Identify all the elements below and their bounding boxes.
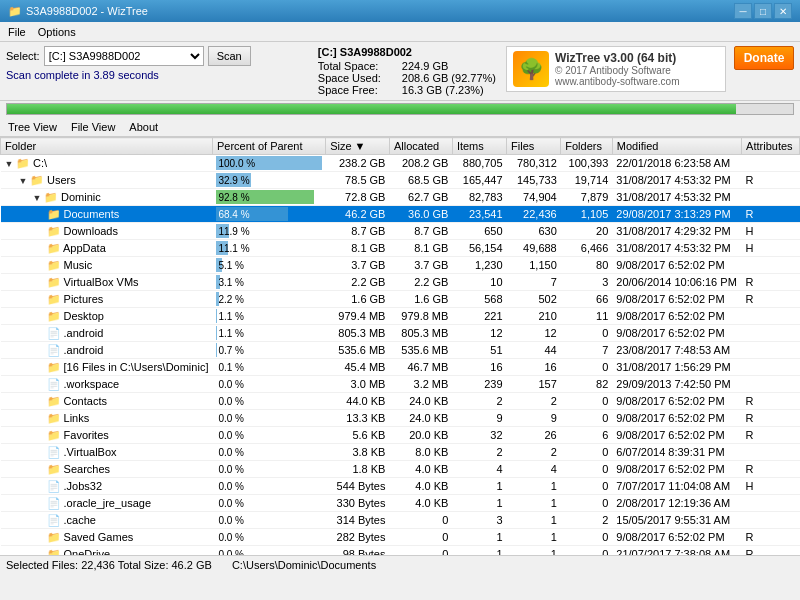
cell-percent: 0.0 % (212, 529, 325, 546)
header-folders[interactable]: Folders (561, 138, 613, 155)
table-row[interactable]: 📁 Pictures2.2 %1.6 GB1.6 GB568502669/08/… (1, 291, 800, 308)
cell-folders: 2 (561, 512, 613, 529)
table-row[interactable]: 📄 .VirtualBox0.0 %3.8 KB8.0 KB2206/07/20… (1, 444, 800, 461)
header-modified[interactable]: Modified (612, 138, 741, 155)
bar-container: 0.0 % (216, 496, 321, 510)
bar-text: 1.1 % (216, 311, 244, 322)
cell-modified: 15/05/2017 9:55:31 AM (612, 512, 741, 529)
folder-icon: 📁 (16, 157, 30, 169)
header: Select: [C:] S3A9988D002 Scan Scan compl… (0, 42, 800, 101)
cell-size: 330 Bytes (326, 495, 390, 512)
toolbar-about[interactable]: About (125, 120, 162, 134)
wiztree-logo: 🌳 WizTree v3.00 (64 bit) © 2017 Antibody… (506, 46, 726, 92)
table-row[interactable]: 📁 Music5.1 %3.7 GB3.7 GB1,2301,150809/08… (1, 257, 800, 274)
header-percent[interactable]: Percent of Parent (212, 138, 325, 155)
toolbar-tree-view[interactable]: Tree View (4, 120, 61, 134)
cell-items: 51 (452, 342, 506, 359)
close-button[interactable]: ✕ (774, 3, 792, 19)
menu-options[interactable]: Options (32, 24, 82, 40)
table-row[interactable]: 📁 Searches0.0 %1.8 KB4.0 KB4409/08/2017 … (1, 461, 800, 478)
selection-info: [C:] S3A9988D002 Total Space: 224.9 GB S… (318, 46, 496, 96)
space-free-row: Space Free: 16.3 GB (7.23%) (318, 84, 496, 96)
total-space-label: Total Space: (318, 60, 398, 72)
cell-files: 1,150 (507, 257, 561, 274)
table-row[interactable]: ▼ 📁 Dominic92.8 %72.8 GB62.7 GB82,78374,… (1, 189, 800, 206)
cell-allocated: 979.8 MB (389, 308, 452, 325)
file-list[interactable]: Folder Percent of Parent Size ▼ Allocate… (0, 137, 800, 555)
cell-items: 3 (452, 512, 506, 529)
cell-folder: 📁 Music (1, 257, 213, 274)
cell-folders: 0 (561, 461, 613, 478)
cell-items: 880,705 (452, 155, 506, 172)
table-row[interactable]: 📁 [16 Files in C:\Users\Dominic]0.1 %45.… (1, 359, 800, 376)
table-row[interactable]: 📄 .android1.1 %805.3 MB805.3 MB121209/08… (1, 325, 800, 342)
table-row[interactable]: 📁 Saved Games0.0 %282 Bytes01109/08/2017… (1, 529, 800, 546)
folder-icon: 📁 (47, 276, 61, 288)
header-size[interactable]: Size ▼ (326, 138, 390, 155)
header-attrib[interactable]: Attributes (742, 138, 800, 155)
folder-name: .android (64, 344, 104, 356)
cell-folders: 0 (561, 495, 613, 512)
header-right: 🌳 WizTree v3.00 (64 bit) © 2017 Antibody… (506, 46, 794, 92)
table-row[interactable]: 📄 .workspace0.0 %3.0 MB3.2 MB2391578229/… (1, 376, 800, 393)
folder-name: .VirtualBox (64, 446, 117, 458)
table-row[interactable]: 📁 Downloads11.9 %8.7 GB8.7 GB6506302031/… (1, 223, 800, 240)
table-row[interactable]: 📄 .android0.7 %535.6 MB535.6 MB5144723/0… (1, 342, 800, 359)
folder-name: Downloads (64, 225, 118, 237)
cell-modified: 7/07/2017 11:04:08 AM (612, 478, 741, 495)
header-files[interactable]: Files (507, 138, 561, 155)
cell-attrib: R (742, 291, 800, 308)
table-row[interactable]: 📄 .cache0.0 %314 Bytes031215/05/2017 9:5… (1, 512, 800, 529)
cell-items: 650 (452, 223, 506, 240)
header-allocated[interactable]: Allocated (389, 138, 452, 155)
toolbar-file-view[interactable]: File View (67, 120, 119, 134)
bar-container: 0.0 % (216, 479, 321, 493)
cell-percent: 3.1 % (212, 274, 325, 291)
folder-icon: 📁 (47, 259, 61, 271)
table-row[interactable]: 📁 Desktop1.1 %979.4 MB979.8 MB221210119/… (1, 308, 800, 325)
folder-name: Documents (64, 208, 120, 220)
table-row[interactable]: 📁 Documents68.4 %46.2 GB36.0 GB23,54122,… (1, 206, 800, 223)
cell-attrib: R (742, 206, 800, 223)
donate-button[interactable]: Donate (734, 46, 794, 70)
header-folder[interactable]: Folder (1, 138, 213, 155)
cell-allocated: 36.0 GB (389, 206, 452, 223)
cell-size: 3.8 KB (326, 444, 390, 461)
cell-files: 4 (507, 461, 561, 478)
table-header-row: Folder Percent of Parent Size ▼ Allocate… (1, 138, 800, 155)
maximize-button[interactable]: □ (754, 3, 772, 19)
table-row[interactable]: ▼ 📁 C:\100.0 %238.2 GB208.2 GB880,705780… (1, 155, 800, 172)
table-row[interactable]: 📁 Contacts0.0 %44.0 KB24.0 KB2209/08/201… (1, 393, 800, 410)
table-row[interactable]: 📁 AppData11.1 %8.1 GB8.1 GB56,15449,6886… (1, 240, 800, 257)
cell-attrib (742, 444, 800, 461)
bar-text: 100.0 % (216, 158, 255, 169)
status-path: C:\Users\Dominic\Documents (232, 559, 376, 571)
cell-percent: 0.7 % (212, 342, 325, 359)
cell-items: 10 (452, 274, 506, 291)
cell-allocated: 62.7 GB (389, 189, 452, 206)
cell-items: 16 (452, 359, 506, 376)
table-row[interactable]: 📁 VirtualBox VMs3.1 %2.2 GB2.2 GB107320/… (1, 274, 800, 291)
cell-allocated: 8.0 KB (389, 444, 452, 461)
bar-text: 0.0 % (216, 515, 244, 526)
cell-folders: 3 (561, 274, 613, 291)
header-items[interactable]: Items (452, 138, 506, 155)
table-row[interactable]: 📄 .oracle_jre_usage0.0 %330 Bytes4.0 KB1… (1, 495, 800, 512)
table-row[interactable]: 📄 .Jobs320.0 %544 Bytes4.0 KB1107/07/201… (1, 478, 800, 495)
minimize-button[interactable]: ─ (734, 3, 752, 19)
cell-size: 98 Bytes (326, 546, 390, 556)
table-row[interactable]: 📁 Links0.0 %13.3 KB24.0 KB9909/08/2017 6… (1, 410, 800, 427)
table-row[interactable]: 📁 OneDrive0.0 %98 Bytes011021/07/2017 7:… (1, 546, 800, 556)
cell-allocated: 805.3 MB (389, 325, 452, 342)
cell-modified: 6/07/2014 8:39:31 PM (612, 444, 741, 461)
scan-button[interactable]: Scan (208, 46, 251, 66)
menu-file[interactable]: File (2, 24, 32, 40)
drive-select[interactable]: [C:] S3A9988D002 (44, 46, 204, 66)
cell-size: 45.4 MB (326, 359, 390, 376)
table-row[interactable]: ▼ 📁 Users32.9 %78.5 GB68.5 GB165,447145,… (1, 172, 800, 189)
table-row[interactable]: 📁 Favorites0.0 %5.6 KB20.0 KB322669/08/2… (1, 427, 800, 444)
cell-modified: 31/08/2017 4:53:32 PM (612, 172, 741, 189)
space-used-label: Space Used: (318, 72, 398, 84)
cell-allocated: 68.5 GB (389, 172, 452, 189)
cell-folder: 📁 Favorites (1, 427, 213, 444)
